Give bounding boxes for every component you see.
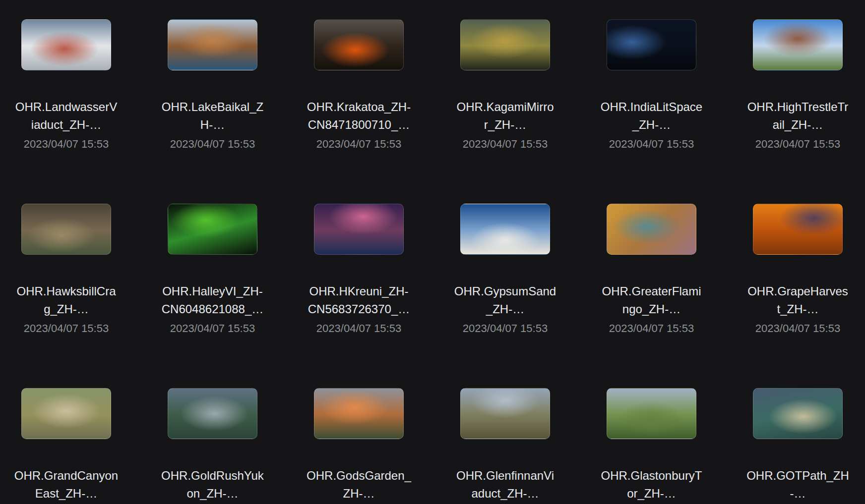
- file-thumbnail[interactable]: [314, 19, 404, 70]
- file-name-line2: CN8471800710_…: [290, 116, 429, 134]
- file-grid: OHR.LandwasserV iaduct_ZH-… 2023/04/07 1…: [0, 0, 865, 504]
- file-name-line2: ail_ZH-…: [729, 116, 865, 134]
- file-name: OHR.GoldRushYuk on_ZH-…: [143, 467, 282, 503]
- file-name: OHR.HalleyVI_ZH- CN6048621088_…: [143, 282, 282, 318]
- file-item[interactable]: OHR.GoldRushYuk on_ZH-…: [139, 388, 286, 504]
- file-name-line2: CN5683726370_…: [290, 300, 429, 318]
- file-name: OHR.LandwasserV iaduct_ZH-…: [0, 98, 136, 134]
- file-name-line1: OHR.GreaterFlami: [582, 282, 721, 300]
- file-name-line2: g_ZH-…: [0, 300, 136, 318]
- file-item[interactable]: OHR.GlenfinnanVi aduct_ZH-…: [432, 388, 578, 504]
- file-thumbnail[interactable]: [460, 204, 550, 255]
- file-name-line2: iaduct_ZH-…: [0, 116, 136, 134]
- file-thumbnail[interactable]: [460, 388, 550, 439]
- file-date: 2023/04/07 15:53: [755, 321, 840, 336]
- file-name: OHR.GreaterFlami ngo_ZH-…: [582, 282, 721, 318]
- file-thumbnail[interactable]: [460, 19, 550, 70]
- file-date: 2023/04/07 15:53: [755, 137, 840, 152]
- file-name-line1: OHR.GodsGarden_: [290, 467, 429, 485]
- file-name-line2: East_ZH-…: [0, 485, 136, 503]
- file-name-line1: OHR.GoldRushYuk: [143, 467, 282, 485]
- file-item[interactable]: OHR.HKreuni_ZH- CN5683726370_… 2023/04/0…: [286, 204, 432, 388]
- file-name-line1: OHR.HighTrestleTr: [729, 98, 865, 116]
- file-name: OHR.IndiaLitSpace _ZH-…: [582, 98, 721, 134]
- file-name-line2: on_ZH-…: [143, 485, 282, 503]
- file-date: 2023/04/07 15:53: [316, 321, 401, 336]
- file-name-line2: r_ZH-…: [436, 116, 575, 134]
- file-item[interactable]: OHR.LakeBaikal_Z H-… 2023/04/07 15:53: [139, 19, 286, 204]
- file-name: OHR.GrandCanyon East_ZH-…: [0, 467, 136, 503]
- file-date: 2023/04/07 15:53: [316, 137, 401, 152]
- file-name-line2: t_ZH-…: [729, 300, 865, 318]
- file-thumbnail[interactable]: [21, 204, 111, 255]
- file-item[interactable]: OHR.GOTPath_ZH -…: [725, 388, 865, 504]
- file-item[interactable]: OHR.GrandCanyon East_ZH-…: [0, 388, 139, 504]
- file-name-line1: OHR.HalleyVI_ZH-: [143, 282, 282, 300]
- file-name-line1: OHR.Krakatoa_ZH-: [290, 98, 429, 116]
- file-item[interactable]: OHR.LandwasserV iaduct_ZH-… 2023/04/07 1…: [0, 19, 139, 204]
- file-name: OHR.GlenfinnanVi aduct_ZH-…: [436, 467, 575, 503]
- file-name-line1: OHR.GOTPath_ZH: [729, 467, 865, 485]
- file-date: 2023/04/07 15:53: [24, 137, 109, 152]
- file-name-line2: _ZH-…: [436, 300, 575, 318]
- file-item[interactable]: OHR.HighTrestleTr ail_ZH-… 2023/04/07 15…: [725, 19, 865, 204]
- file-name-line1: OHR.GrandCanyon: [0, 467, 136, 485]
- file-thumbnail[interactable]: [168, 388, 257, 439]
- file-name-line1: OHR.GlastonburyT: [582, 467, 721, 485]
- file-name: OHR.GypsumSand _ZH-…: [436, 282, 575, 318]
- file-date: 2023/04/07 15:53: [463, 321, 548, 336]
- file-item[interactable]: OHR.HawksbillCra g_ZH-… 2023/04/07 15:53: [0, 204, 139, 388]
- file-name-line1: OHR.HawksbillCra: [0, 282, 136, 300]
- file-thumbnail[interactable]: [753, 204, 843, 255]
- file-thumbnail[interactable]: [168, 19, 257, 70]
- file-name-line2: ngo_ZH-…: [582, 300, 721, 318]
- file-name-line1: OHR.LandwasserV: [0, 98, 136, 116]
- file-name-line1: OHR.GrapeHarves: [729, 282, 865, 300]
- file-name: OHR.GlastonburyT or_ZH-…: [582, 467, 721, 503]
- file-thumbnail[interactable]: [21, 19, 111, 70]
- file-thumbnail[interactable]: [607, 388, 696, 439]
- file-name-line2: or_ZH-…: [582, 485, 721, 503]
- file-item[interactable]: OHR.HalleyVI_ZH- CN6048621088_… 2023/04/…: [139, 204, 286, 388]
- file-name: OHR.Krakatoa_ZH- CN8471800710_…: [290, 98, 429, 134]
- file-name-line2: H-…: [143, 116, 282, 134]
- file-name-line1: OHR.HKreuni_ZH-: [290, 282, 429, 300]
- file-thumbnail[interactable]: [314, 388, 404, 439]
- file-thumbnail[interactable]: [168, 204, 257, 255]
- file-item[interactable]: OHR.GypsumSand _ZH-… 2023/04/07 15:53: [432, 204, 578, 388]
- file-name-line1: OHR.IndiaLitSpace: [582, 98, 721, 116]
- file-date: 2023/04/07 15:53: [170, 137, 255, 152]
- file-name: OHR.HighTrestleTr ail_ZH-…: [729, 98, 865, 134]
- file-name-line1: OHR.LakeBaikal_Z: [143, 98, 282, 116]
- file-item[interactable]: OHR.GodsGarden_ ZH-…: [286, 388, 432, 504]
- file-thumbnail[interactable]: [607, 204, 696, 255]
- file-date: 2023/04/07 15:53: [609, 321, 694, 336]
- file-item[interactable]: OHR.GlastonburyT or_ZH-…: [578, 388, 725, 504]
- file-name: OHR.GodsGarden_ ZH-…: [290, 467, 429, 503]
- file-name: OHR.LakeBaikal_Z H-…: [143, 98, 282, 134]
- file-item[interactable]: OHR.GreaterFlami ngo_ZH-… 2023/04/07 15:…: [578, 204, 725, 388]
- file-date: 2023/04/07 15:53: [609, 137, 694, 152]
- file-date: 2023/04/07 15:53: [170, 321, 255, 336]
- file-name-line1: OHR.GypsumSand: [436, 282, 575, 300]
- file-name-line2: CN6048621088_…: [143, 300, 282, 318]
- file-name: OHR.KagamiMirro r_ZH-…: [436, 98, 575, 134]
- file-thumbnail[interactable]: [314, 204, 404, 255]
- file-name-line2: ZH-…: [290, 485, 429, 503]
- file-name: OHR.HKreuni_ZH- CN5683726370_…: [290, 282, 429, 318]
- file-thumbnail[interactable]: [753, 388, 843, 439]
- file-date: 2023/04/07 15:53: [463, 137, 548, 152]
- file-thumbnail[interactable]: [607, 19, 696, 70]
- file-thumbnail[interactable]: [21, 388, 111, 439]
- file-name-line1: OHR.GlenfinnanVi: [436, 467, 575, 485]
- file-item[interactable]: OHR.KagamiMirro r_ZH-… 2023/04/07 15:53: [432, 19, 578, 204]
- file-name: OHR.GrapeHarves t_ZH-…: [729, 282, 865, 318]
- file-name: OHR.HawksbillCra g_ZH-…: [0, 282, 136, 318]
- file-item[interactable]: OHR.Krakatoa_ZH- CN8471800710_… 2023/04/…: [286, 19, 432, 204]
- file-name-line2: aduct_ZH-…: [436, 485, 575, 503]
- file-name-line1: OHR.KagamiMirro: [436, 98, 575, 116]
- file-item[interactable]: OHR.GrapeHarves t_ZH-… 2023/04/07 15:53: [725, 204, 865, 388]
- file-item[interactable]: OHR.IndiaLitSpace _ZH-… 2023/04/07 15:53: [578, 19, 725, 204]
- file-name-line2: _ZH-…: [582, 116, 721, 134]
- file-thumbnail[interactable]: [753, 19, 843, 70]
